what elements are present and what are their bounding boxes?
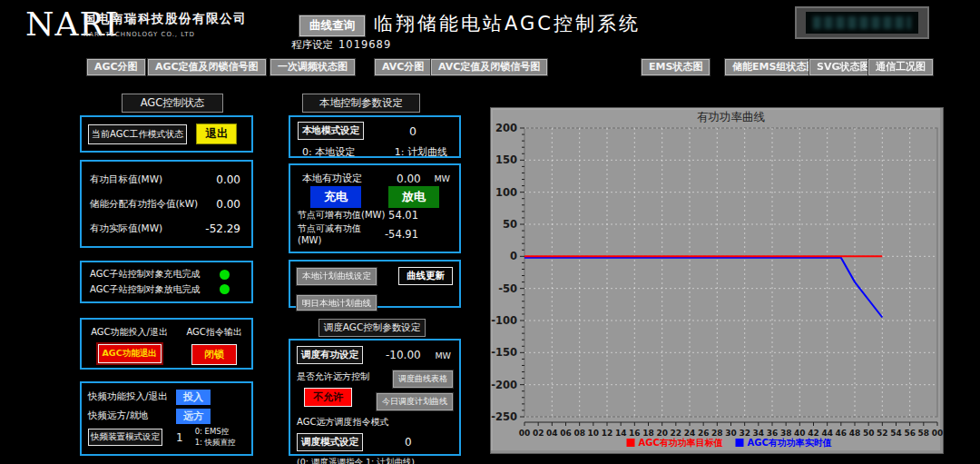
agc-status-section-title: AGC控制状态 (122, 94, 223, 113)
node-decrease-row: 节点可减有功值(MW) -54.91 (298, 222, 452, 245)
curve-query-button[interactable]: 曲线查询 (299, 15, 365, 36)
local-params-section-title: 本地控制参数设定 (302, 94, 420, 113)
charge-discharge-row: 充电 放电 (298, 186, 452, 208)
dispatch-mode-note: (0: 调度遥调指令 1: 计划曲线) (297, 457, 453, 464)
svg-text:32: 32 (739, 429, 750, 438)
dispatch-curve-col: 调度曲线表格 今日调度计划曲线 (377, 370, 453, 410)
metric-value: -52.29 (205, 222, 240, 235)
node-increase-value: 54.01 (388, 209, 418, 222)
flag-row: AGC子站控制对象充电完成 (90, 268, 230, 281)
company-name-cn: 国电南瑞科技股份有限公司 (83, 11, 247, 27)
node-increase-row: 节点可增有功值(MW) 54.01 (298, 209, 452, 222)
agc-mode-value-button[interactable]: 退出 (196, 123, 237, 144)
clock-digits (813, 16, 911, 29)
nav-ems-status-button[interactable]: EMS状态图 (642, 59, 710, 75)
fast-freq-row: 快频远方/就地 远方 (88, 409, 245, 424)
dispatch-mode-value: 0 (405, 436, 412, 449)
agc-command-lock-button[interactable]: 闭锁 (191, 344, 237, 365)
local-mode-panel: 本地模式设定 0 0: 本地设定 1: 计划曲线 (289, 115, 461, 158)
fast-freq-remote-button[interactable]: 远方 (176, 409, 211, 424)
agc-mode-panel: 当前AGC工作模式状态 退出 (80, 115, 253, 153)
svg-text:100: 100 (495, 186, 517, 199)
svg-text:46: 46 (836, 429, 848, 438)
power-curve-svg: 200150100500-50-100-150-200-250000204060… (491, 108, 945, 455)
node-decrease-label: 节点可减有功值(MW) (298, 222, 385, 245)
dispatch-curve-table-button[interactable]: 调度曲线表格 (393, 370, 453, 388)
metric-row: 储能分配有功指令值(kW) 0.00 (90, 198, 240, 211)
local-curve-panel: 本地计划曲线设定 曲线更新 明日本地计划曲线 (289, 260, 461, 308)
svg-text:18: 18 (642, 429, 654, 438)
agc-command-header: AGC指令输出 (186, 326, 241, 339)
fast-freq-mode-notes: 0: EMS控 1: 快频直控 (195, 427, 236, 448)
company-name-en: NARI TECHNOLOGY CO., LTD (83, 31, 247, 38)
fast-freq-mode-setting-button[interactable]: 快频装置模式设定 (88, 429, 162, 446)
local-power-row: 本地有功设定 0.00 MW (298, 172, 452, 185)
local-curve-set-button[interactable]: 本地计划曲线设定 (297, 268, 377, 285)
flag-row: AGC子站控制对象放电完成 (90, 283, 230, 296)
tomorrow-curve-button[interactable]: 明日本地计划曲线 (297, 295, 377, 311)
agc-command-col: AGC指令输出 闭锁 (186, 326, 241, 368)
nav-agc-diagram-button[interactable]: AGC分图 (87, 59, 145, 75)
program-setting-label: 程序设定 (291, 38, 333, 51)
svg-text:04: 04 (546, 429, 558, 438)
fast-freq-enable-button[interactable]: 投入 (176, 390, 211, 405)
metric-label: 有功实际值(MW) (90, 222, 162, 235)
svg-text:-100: -100 (491, 314, 517, 327)
svg-text:56: 56 (904, 429, 916, 438)
svg-text:00: 00 (932, 429, 944, 438)
svg-text:50: 50 (863, 429, 875, 438)
nav-avc-diagram-button[interactable]: AVC分图 (375, 59, 431, 75)
power-curve-chart: 200150100500-50-100-150-200-250000204060… (490, 107, 944, 454)
nav-svg-status-button[interactable]: SVG状态图 (809, 59, 877, 75)
svg-text:54: 54 (890, 429, 902, 438)
discharge-button[interactable]: 放电 (388, 186, 439, 208)
dispatch-params-section-title: 调度AGC控制参数设定 (318, 319, 426, 337)
fast-freq-panel: 快频功能投入/退出 投入 快频远方/就地 远方 快频装置模式设定 1 0: EM… (80, 381, 253, 456)
digital-clock-display (795, 6, 929, 39)
svg-text:24: 24 (684, 429, 696, 438)
flag-label: AGC子站控制对象放电完成 (90, 283, 200, 296)
svg-text:08: 08 (573, 429, 585, 438)
agc-metrics-panel: 有功目标值(MW) 0.00 储能分配有功指令值(kW) 0.00 有功实际值(… (80, 160, 253, 248)
svg-text:40: 40 (794, 429, 806, 438)
dispatch-power-setting-button[interactable]: 调度有功设定 (297, 346, 363, 364)
fast-freq-row: 快频功能投入/退出 投入 (88, 390, 245, 405)
nav-agc-setpoint-lock-button[interactable]: AGC定值及闭锁信号图 (148, 59, 266, 75)
fast-freq-note-0: 0: EMS控 (195, 427, 236, 437)
metric-row: 有功目标值(MW) 0.00 (90, 173, 240, 186)
curve-update-button[interactable]: 曲线更新 (398, 267, 453, 285)
nav-comm-status-button[interactable]: 通信工况图 (868, 59, 933, 75)
svg-text:26: 26 (698, 429, 710, 438)
agc-function-panel: AGC功能投入/退出 AGC功能退出 AGC指令输出 闭锁 (80, 318, 253, 370)
svg-text:-250: -250 (491, 410, 517, 423)
svg-text:AGC有功功率实时值: AGC有功功率实时值 (748, 438, 832, 448)
svg-text:30: 30 (725, 429, 737, 438)
company-name: 国电南瑞科技股份有限公司 NARI TECHNOLOGY CO., LTD (83, 11, 247, 38)
tomorrow-curve-row: 明日本地计划曲线 (297, 292, 453, 310)
svg-text:20: 20 (656, 429, 668, 438)
charge-button[interactable]: 充电 (310, 186, 361, 208)
dispatch-params-panel: 调度有功设定 -10.00 MW 是否允许远方控制 不允许 调度曲线表格 今日调… (289, 339, 461, 456)
remote-permission-label: 是否允许远方控制 (297, 370, 369, 383)
svg-text:28: 28 (711, 429, 723, 438)
svg-text:52: 52 (877, 429, 888, 438)
local-power-value: 0.00 (397, 173, 421, 185)
svg-text:-150: -150 (491, 346, 517, 359)
local-curve-row: 本地计划曲线设定 曲线更新 (297, 267, 453, 285)
nav-primary-freq-status-button[interactable]: 一次调频状态图 (270, 59, 355, 75)
node-increase-label: 节点可增有功值(MW) (298, 209, 385, 222)
nav-avc-setpoint-lock-button[interactable]: AVC定值及闭锁信号图 (431, 59, 547, 75)
today-dispatch-curve-button[interactable]: 今日调度计划曲线 (377, 393, 453, 410)
remote-control-row: 是否允许远方控制 不允许 调度曲线表格 今日调度计划曲线 (297, 370, 453, 410)
local-power-label: 本地有功设定 (302, 172, 362, 185)
local-mode-setting-button[interactable]: 本地模式设定 (298, 122, 364, 140)
svg-text:00: 00 (519, 429, 531, 438)
svg-text:200: 200 (495, 122, 517, 134)
agc-function-header: AGC功能投入/退出 (91, 326, 168, 339)
agc-function-exit-button[interactable]: AGC功能退出 (98, 344, 162, 363)
dispatch-mode-setting-button[interactable]: 调度模式设定 (297, 433, 363, 451)
remote-permission-button[interactable]: 不允许 (304, 388, 352, 407)
remote-permission-col: 是否允许远方控制 不允许 (297, 370, 369, 410)
local-mode-note-0: 0: 本地设定 (302, 145, 355, 159)
svg-text:22: 22 (671, 429, 682, 438)
